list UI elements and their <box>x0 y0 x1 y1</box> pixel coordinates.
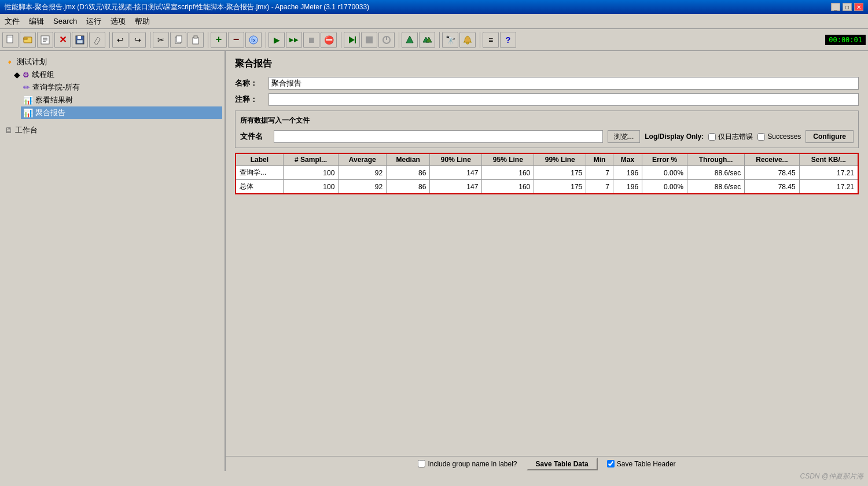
sidebar-item-workbench[interactable]: 🖥 工作台 <box>2 124 222 137</box>
cell-label-0: 查询学... <box>236 166 283 180</box>
sidebar-item-view-result-tree[interactable]: 📊 察看结果树 <box>21 94 222 106</box>
paste-button[interactable] <box>187 32 204 48</box>
aggregate-report-icon: 📊 <box>23 108 33 117</box>
include-group-checkbox[interactable] <box>418 460 425 467</box>
sidebar-item-thread-group[interactable]: ◆ ⚙ 线程组 <box>12 68 222 81</box>
browse-button[interactable]: 浏览... <box>608 130 640 143</box>
open-button[interactable] <box>20 32 36 48</box>
main-content: 🔸 测试计划 ◆ ⚙ 线程组 ✏ 查询学院-所有 📊 察看结果树 📊 聚合报告 … <box>0 51 868 471</box>
svg-rect-10 <box>77 40 83 43</box>
window-close-button[interactable]: ✕ <box>854 3 863 11</box>
sidebar-item-test-plan-label: 测试计划 <box>17 57 47 67</box>
title-bar-buttons: _ □ ✕ <box>831 3 863 11</box>
watermark: CSDN @仲夏那片海 <box>800 472 863 481</box>
close-btn[interactable]: ✕ <box>54 32 71 48</box>
save-table-data-button[interactable]: Save Table Data <box>527 458 598 470</box>
copy-button[interactable] <box>170 32 186 48</box>
file-section: 所有数据写入一个文件 文件名 浏览... Log/Display Only: 仅… <box>235 111 859 148</box>
menu-search[interactable]: Search <box>49 16 82 27</box>
help-button[interactable]: ? <box>500 32 516 48</box>
notify-button[interactable] <box>459 32 476 48</box>
include-group-name-group: Include group name in label? <box>418 460 517 468</box>
successes-checkbox[interactable] <box>757 133 765 141</box>
remote-stop-button[interactable] <box>361 32 377 48</box>
title-bar: 性能脚本-聚合报告.jmx (D:\双元\双元视频-接口测试\课室script\… <box>0 0 868 14</box>
svg-rect-23 <box>407 41 412 43</box>
function-button[interactable]: fx <box>245 32 262 48</box>
cell-max-1: 196 <box>613 180 642 194</box>
options-row: Log/Display Only: 仅日志错误 Successes Config… <box>645 130 854 143</box>
stop-button[interactable]: ⏹ <box>303 32 319 48</box>
remote-shutdown-button[interactable] <box>378 32 395 48</box>
title-text: 性能脚本-聚合报告.jmx (D:\双元\双元视频-接口测试\课室script\… <box>5 2 369 12</box>
sidebar-item-test-plan[interactable]: 🔸 测试计划 <box>2 56 222 68</box>
file-input[interactable] <box>274 130 603 143</box>
minimize-button[interactable]: _ <box>831 3 840 11</box>
svg-rect-14 <box>193 38 198 44</box>
clear-all-button[interactable] <box>419 32 435 48</box>
col-throughput: Through... <box>687 153 745 166</box>
toolbar-separator-5 <box>339 32 341 48</box>
aggregate-table: Label # Sampl... Average Median 90% Line… <box>235 153 859 194</box>
save-table-header-checkbox[interactable] <box>607 460 615 467</box>
svg-line-11 <box>98 37 100 39</box>
menu-file[interactable]: 文件 <box>0 15 24 28</box>
clear-button[interactable] <box>402 32 418 48</box>
error-only-checkbox[interactable] <box>708 133 716 141</box>
file-row: 文件名 浏览... <box>240 130 640 143</box>
menu-help[interactable]: 帮助 <box>130 15 155 28</box>
cell-95line-0: 160 <box>482 166 534 180</box>
bottom-bar: Include group name in label? Save Table … <box>226 456 868 471</box>
include-group-label: Include group name in label? <box>428 460 517 468</box>
new-button[interactable] <box>2 32 19 48</box>
workbench-icon: 🖥 <box>5 126 13 135</box>
templates-button[interactable] <box>37 32 53 48</box>
undo-button[interactable]: ↩ <box>112 32 128 48</box>
edit-button[interactable] <box>89 32 105 48</box>
col-errorpct: Error % <box>642 153 687 166</box>
svg-rect-24 <box>466 42 469 44</box>
add-element-button[interactable]: + <box>211 32 227 48</box>
shutdown-button[interactable]: ⛔ <box>321 32 337 48</box>
configure-button[interactable]: Configure <box>806 130 854 143</box>
cut-button[interactable]: ✂ <box>153 32 169 48</box>
save-button[interactable] <box>72 32 88 48</box>
toolbar-separator-1 <box>108 32 110 48</box>
remote-start-button[interactable] <box>344 32 360 48</box>
cell-sentkb-1: 17.21 <box>799 180 858 194</box>
maximize-button[interactable]: □ <box>843 3 852 11</box>
name-input[interactable] <box>269 77 859 90</box>
toolbar-separator-4 <box>264 32 266 48</box>
comment-input[interactable] <box>269 93 859 106</box>
cell-median-1: 86 <box>387 180 430 194</box>
svg-rect-3 <box>24 38 27 39</box>
table-row[interactable]: 总体 100 92 86 147 160 175 7 196 0.00% 88.… <box>236 180 858 194</box>
menu-run[interactable]: 运行 <box>82 15 106 28</box>
list-button[interactable]: ≡ <box>483 32 499 48</box>
toolbar-separator-7 <box>437 32 440 48</box>
start-button[interactable]: ▶ <box>269 32 285 48</box>
thread-group-collapse-icon: ◆ <box>14 70 20 79</box>
cell-99line-1: 175 <box>534 180 586 194</box>
cell-samples-0: 100 <box>283 166 338 180</box>
table-row[interactable]: 查询学... 100 92 86 147 160 175 7 196 0.00%… <box>236 166 858 180</box>
sidebar-item-aggregate-label: 聚合报告 <box>35 108 65 118</box>
redo-button[interactable]: ↪ <box>130 32 146 48</box>
remove-element-button[interactable]: − <box>228 32 244 48</box>
sidebar: 🔸 测试计划 ◆ ⚙ 线程组 ✏ 查询学院-所有 📊 察看结果树 📊 聚合报告 … <box>0 51 226 471</box>
col-average: Average <box>339 153 387 166</box>
name-label: 名称： <box>235 78 264 89</box>
start-no-pauses-button[interactable]: ▶▶ <box>286 32 302 48</box>
sidebar-item-aggregate-report[interactable]: 📊 聚合报告 <box>21 106 222 119</box>
menu-options[interactable]: 选项 <box>106 15 130 28</box>
error-only-group: 仅日志错误 <box>708 132 753 142</box>
menu-edit[interactable]: 编辑 <box>24 15 49 28</box>
thread-group-icon: ⚙ <box>23 71 30 79</box>
svg-rect-20 <box>366 36 373 43</box>
search-icon-button[interactable]: 🔭 <box>442 32 458 48</box>
svg-text:fx: fx <box>251 37 256 43</box>
report-title: 聚合报告 <box>235 58 859 70</box>
cell-average-0: 92 <box>339 166 387 180</box>
sidebar-item-query[interactable]: ✏ 查询学院-所有 <box>21 81 222 94</box>
cell-90line-0: 147 <box>430 166 482 180</box>
